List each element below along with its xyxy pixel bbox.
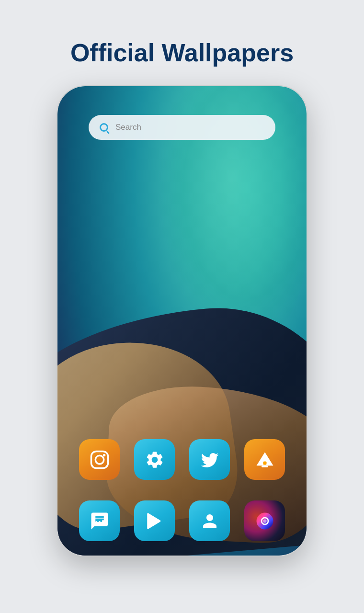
app-icon-playstore[interactable] xyxy=(134,500,175,541)
app-icon-twitter[interactable] xyxy=(189,439,230,480)
svg-point-2 xyxy=(103,454,105,456)
svg-rect-5 xyxy=(262,465,268,467)
app-icons-row-1 xyxy=(57,439,307,480)
app-icon-messages[interactable] xyxy=(79,500,120,541)
svg-point-1 xyxy=(95,455,104,464)
phone-frame: Search xyxy=(57,86,307,556)
svg-point-7 xyxy=(99,521,101,523)
app-icon-camera[interactable] xyxy=(244,500,285,541)
search-placeholder: Search xyxy=(115,123,141,132)
app-icon-vlc[interactable] xyxy=(244,439,285,480)
phone-screen: Search xyxy=(57,86,307,556)
search-icon xyxy=(97,121,111,134)
svg-point-11 xyxy=(263,519,266,522)
page-title: Official Wallpapers xyxy=(70,38,294,67)
app-icon-contacts[interactable] xyxy=(189,500,230,541)
app-icon-instagram[interactable] xyxy=(79,439,120,480)
svg-point-6 xyxy=(95,521,97,523)
svg-rect-0 xyxy=(91,451,108,468)
svg-rect-4 xyxy=(263,461,266,465)
app-icon-settings[interactable] xyxy=(134,439,175,480)
svg-point-8 xyxy=(102,521,104,523)
app-icons-row-2 xyxy=(57,500,307,541)
wallpaper-background xyxy=(57,86,307,556)
search-bar[interactable]: Search xyxy=(89,115,275,140)
